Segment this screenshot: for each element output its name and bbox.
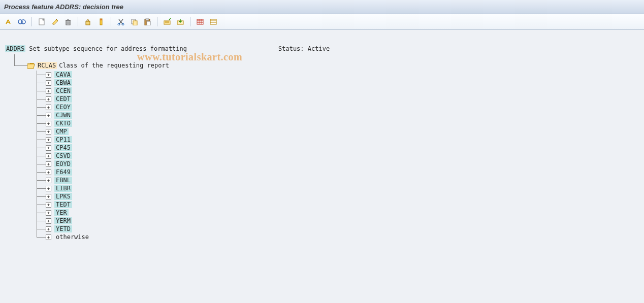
tree-leaf-label: CCEN — [54, 87, 72, 94]
expand-icon[interactable]: + — [46, 80, 51, 86]
tree-leaf-label: F649 — [54, 169, 72, 176]
tree-leaf-row[interactable]: +CP45 — [34, 144, 644, 152]
tree-leaf-row[interactable]: +YERM — [34, 217, 644, 225]
create-button[interactable] — [36, 16, 47, 27]
tree-leaf-label: CAVA — [54, 71, 72, 78]
expand-icon[interactable]: + — [46, 129, 51, 134]
tree-leaf-row[interactable]: +LPKS — [34, 192, 644, 200]
table-view-button[interactable] — [195, 16, 206, 27]
tree-leaf-row[interactable]: +CAVA — [34, 71, 644, 79]
tree-leaf-label: LPKS — [54, 193, 72, 200]
tree-leaf-row[interactable]: +LIBR — [34, 184, 644, 192]
tree-leaf-row[interactable]: +YETD — [34, 225, 644, 233]
lock-button[interactable] — [82, 16, 93, 27]
svg-rect-13 — [147, 21, 150, 25]
tree-connector — [37, 196, 46, 197]
svg-rect-4 — [86, 21, 90, 25]
expand-icon[interactable]: + — [46, 105, 51, 110]
tree-leaf-row[interactable]: +CP11 — [34, 136, 644, 144]
tree-leaf-row[interactable]: +CCEN — [34, 87, 644, 95]
tree-connector — [37, 156, 46, 156]
expand-icon[interactable]: + — [46, 194, 51, 199]
tree-connector — [37, 75, 46, 75]
check-button[interactable] — [3, 16, 14, 27]
expand-icon[interactable]: + — [46, 121, 51, 126]
toolbar-separator — [78, 17, 78, 26]
toolbar-separator — [111, 17, 111, 26]
tree-leaf-label: otherwise — [54, 233, 90, 241]
expand-icon[interactable]: + — [46, 234, 51, 240]
tree-leaf-row[interactable]: +CBWA — [34, 79, 644, 87]
titlebar: Process feature ADDRS: decision tree — [0, 0, 644, 14]
tree-leaf-row[interactable]: +CEDT — [34, 95, 644, 103]
expand-icon[interactable]: + — [46, 226, 51, 232]
activate-button[interactable] — [95, 16, 107, 27]
tree-leaf-label: LIBR — [54, 185, 72, 192]
tree-leaf-label: YETD — [54, 225, 72, 232]
expand-icon[interactable]: + — [46, 145, 51, 151]
paste-button[interactable] — [142, 16, 153, 27]
expand-icon[interactable]: + — [46, 210, 51, 216]
expand-icon[interactable]: + — [46, 153, 51, 159]
tree-leaf-row[interactable]: +YER — [34, 209, 644, 217]
tree-leaf-row[interactable]: +CSVD — [34, 152, 644, 160]
tree-root-row[interactable]: ADDRS Set subtype sequence for address f… — [5, 45, 639, 52]
tree-leaf-label: CEDT — [54, 95, 72, 103]
tree-connector — [37, 229, 46, 229]
tree-connector — [37, 99, 46, 99]
tree-connector — [37, 221, 46, 221]
tree-connector — [37, 148, 46, 148]
insert-button[interactable] — [175, 16, 186, 27]
tree-leaf-row[interactable]: +EOYD — [34, 160, 644, 168]
expand-icon[interactable]: + — [46, 218, 51, 224]
tree-leaf-label: YERM — [54, 217, 72, 224]
tree-connector — [37, 237, 46, 238]
delete-button[interactable] — [62, 16, 74, 27]
tree-branch-row[interactable]: RCLAS Class of the requesting report — [27, 62, 644, 69]
tree-leaf-label: CBWA — [54, 79, 72, 86]
expand-icon[interactable]: + — [46, 88, 51, 94]
folder-open-icon — [27, 63, 35, 69]
tree-leaf-label: CKTO — [54, 120, 72, 127]
copy-button[interactable] — [128, 16, 140, 27]
expand-icon[interactable]: + — [46, 202, 51, 208]
tree-leaf-row[interactable]: +CKTO — [34, 119, 644, 127]
where-used-button[interactable] — [162, 16, 173, 27]
tree-leaf-label: FBNL — [54, 177, 72, 184]
tree-children: +CAVA+CBWA+CCEN+CEDT+CEOY+CJWN+CKTO+CMP+… — [34, 71, 644, 241]
expand-icon[interactable]: + — [46, 113, 51, 118]
svg-rect-16 — [197, 19, 203, 24]
decision-tree: RCLAS Class of the requesting report +CA… — [10, 54, 639, 232]
expand-icon[interactable]: + — [46, 72, 51, 78]
expand-icon[interactable]: + — [46, 186, 51, 191]
tree-connector — [37, 140, 46, 140]
toolbar-separator — [157, 17, 157, 26]
tree-connector — [37, 180, 46, 181]
branch-code: RCLAS — [37, 62, 57, 69]
display-button[interactable] — [16, 16, 27, 27]
tree-leaf-row[interactable]: +FBNL — [34, 176, 644, 184]
tree-connector — [37, 188, 46, 189]
expand-icon[interactable]: + — [46, 96, 51, 102]
tree-leaf-label: CJWN — [54, 112, 72, 119]
tree-view-button[interactable] — [208, 16, 219, 27]
edit-button[interactable] — [49, 16, 60, 27]
tree-leaf-row[interactable]: +CEOY — [34, 103, 644, 111]
svg-point-1 — [21, 20, 25, 24]
tree-connector — [37, 107, 46, 108]
tree-leaf-row[interactable]: +TEDT — [34, 200, 644, 209]
cut-button[interactable] — [115, 16, 126, 27]
tree-leaf-row[interactable]: +F649 — [34, 168, 644, 176]
expand-icon[interactable]: + — [46, 170, 51, 175]
expand-icon[interactable]: + — [46, 137, 51, 143]
tree-leaf-row[interactable]: +CMP — [34, 127, 644, 136]
expand-icon[interactable]: + — [46, 161, 51, 167]
svg-point-6 — [101, 19, 102, 20]
tree-leaf-row[interactable]: +otherwise — [34, 233, 644, 241]
root-code: ADDRS — [5, 45, 25, 52]
tree-leaf-row[interactable]: +CJWN — [34, 111, 644, 119]
tree-leaf-label: CP11 — [54, 136, 72, 143]
branch-desc: Class of the requesting report — [59, 62, 169, 69]
tree-connector — [37, 131, 46, 132]
expand-icon[interactable]: + — [46, 178, 51, 183]
